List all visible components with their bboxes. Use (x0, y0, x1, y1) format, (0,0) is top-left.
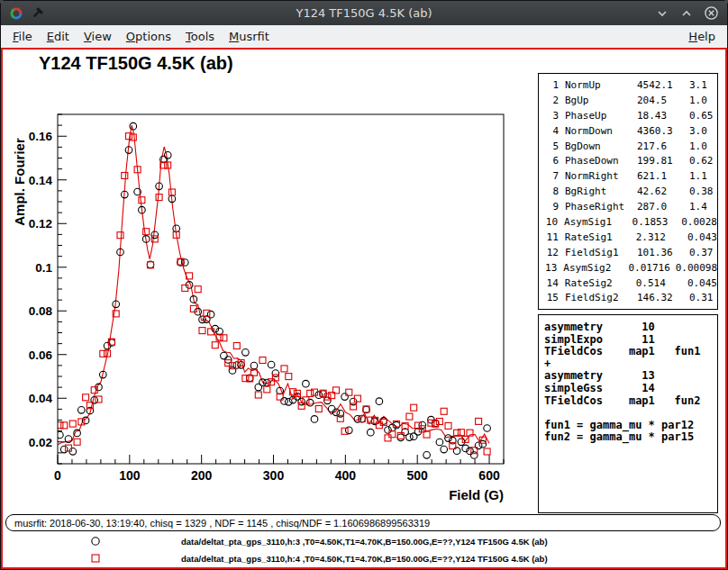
plot-legend: data/deltat_pta_gps_3110,h:3 ,T0=4.50K,T… (3, 533, 725, 567)
theory-line: asymmetry 13 (544, 370, 712, 383)
param-err: 3.0 (689, 124, 717, 140)
param-idx: 1 (543, 78, 559, 94)
param-idx: 10 (543, 215, 558, 231)
root-canvas[interactable]: Y124 TF150G 4.5K (ab) 010020030040050060… (1, 48, 727, 569)
svg-text:0.08: 0.08 (29, 304, 53, 318)
svg-text:600: 600 (478, 468, 500, 483)
menu-item-file[interactable]: File (5, 28, 40, 45)
param-row: 11RateSig12.3120.043 (543, 231, 717, 246)
plot-title: Y124 TF150G 4.5K (ab) (39, 53, 233, 74)
param-val: 199.81 (637, 154, 689, 169)
param-err: 0.37 (689, 246, 717, 261)
plot-frame (58, 114, 504, 464)
maximize-button[interactable] (679, 6, 694, 21)
menubar: FileEditViewOptionsToolsMusrfit Help (1, 25, 727, 48)
param-idx: 6 (543, 154, 559, 169)
param-row: 8BgRight42.620.38 (543, 185, 717, 200)
svg-text:0.14: 0.14 (29, 174, 53, 187)
param-val: 42.62 (637, 185, 689, 200)
param-row: 4NormDown4360.33.0 (543, 124, 717, 140)
svg-text:100: 100 (119, 468, 141, 483)
fit-curve (58, 125, 489, 445)
minimize-button[interactable] (655, 6, 669, 21)
app-icon (9, 6, 23, 21)
param-val: 146.32 (637, 291, 689, 306)
param-name: RateSig1 (565, 231, 636, 246)
param-idx: 5 (543, 140, 559, 155)
titlebar[interactable]: Y124 TF150G 4.5K (ab) (1, 1, 727, 25)
svg-text:400: 400 (335, 468, 357, 483)
menu-item-view[interactable]: View (77, 28, 119, 45)
param-val: 4360.3 (637, 124, 689, 140)
theory-line: simplExpo 11 (544, 334, 712, 347)
param-err: 0.043 (687, 231, 717, 246)
param-val: 0.514 (636, 276, 687, 292)
param-name: FieldSig2 (565, 291, 637, 306)
svg-text:500: 500 (407, 468, 429, 483)
svg-text:0.06: 0.06 (29, 348, 53, 362)
param-row: 13AsymSig20.017160.00098 (543, 261, 717, 276)
param-val: 217.6 (637, 140, 689, 155)
param-idx: 12 (543, 246, 559, 261)
hammer-icon (31, 7, 43, 20)
legend-entry: data/deltat_pta_gps_3110,h:4 ,T0=4.50K,T… (3, 550, 725, 567)
param-val: 204.5 (637, 94, 689, 109)
svg-text:200: 200 (191, 468, 213, 483)
svg-text:0.16: 0.16 (29, 130, 53, 143)
param-idx: 2 (543, 94, 559, 109)
menu-item-edit[interactable]: Edit (40, 28, 77, 45)
param-val: 0.1853 (632, 215, 682, 231)
param-val: 621.1 (637, 169, 689, 185)
param-idx: 11 (543, 231, 559, 246)
close-button[interactable] (704, 5, 719, 21)
param-err: 0.65 (689, 109, 717, 124)
menu-item-help[interactable]: Help (681, 28, 723, 45)
series-squares (57, 133, 490, 455)
legend-marker-circle-icon (90, 536, 101, 547)
theory-line: + (544, 358, 712, 371)
param-err: 1.1 (689, 169, 717, 185)
param-idx: 8 (543, 185, 559, 200)
param-idx: 15 (543, 291, 559, 306)
window-title: Y124 TF150G 4.5K (ab) (1, 6, 727, 20)
param-idx: 13 (543, 261, 557, 276)
param-name: NormRight (565, 169, 637, 185)
svg-text:300: 300 (263, 468, 285, 483)
param-name: BgUp (565, 94, 637, 109)
fit-parameters-box: 1NormUp4542.13.12BgUp204.51.03PhaseUp18.… (538, 73, 718, 310)
param-name: BgRight (565, 185, 637, 200)
theory-box: asymmetry 10simplExpo 11TFieldCos map1 f… (538, 314, 718, 513)
param-name: RateSig2 (565, 276, 636, 292)
menu-item-options[interactable]: Options (119, 28, 178, 45)
param-name: NormUp (565, 78, 637, 94)
param-name: NormDown (565, 124, 637, 140)
y-axis-title: Ampl. Fourier (12, 138, 27, 226)
param-val: 2.312 (636, 231, 687, 246)
param-idx: 7 (543, 169, 559, 185)
param-row: 9PhaseRight287.01.4 (543, 200, 717, 215)
menu-item-tools[interactable]: Tools (178, 28, 222, 45)
fourier-plot[interactable]: 01002003004005006000.020.040.060.080.10.… (5, 110, 528, 515)
svg-text:0.12: 0.12 (29, 217, 52, 231)
param-val: 18.43 (637, 109, 689, 124)
param-name: BgDown (565, 140, 637, 155)
param-val: 101.36 (637, 246, 689, 261)
param-err: 3.1 (689, 78, 717, 94)
theory-line: fun1 = gamma_mu * par12 (544, 420, 712, 432)
param-err: 0.00098 (676, 261, 717, 276)
param-err: 0.31 (689, 291, 717, 306)
param-idx: 3 (543, 109, 559, 124)
param-err: 1.0 (689, 94, 717, 109)
svg-text:0.1: 0.1 (35, 261, 52, 275)
param-name: PhaseDown (565, 154, 637, 169)
legend-label: data/deltat_pta_gps_3110,h:3 ,T0=4.50K,T… (181, 537, 548, 547)
fit-stats-box: musrfit: 2018-06-30, 13:19:40, chisq = 1… (5, 514, 721, 531)
theory-line: fun2 = gamma_mu * par15 (544, 431, 712, 444)
param-idx: 4 (543, 124, 559, 140)
menu-item-musrfit[interactable]: Musrfit (222, 28, 277, 45)
param-err: 0.38 (689, 185, 717, 200)
param-name: PhaseRight (565, 200, 637, 215)
fit-stats-text: musrfit: 2018-06-30, 13:19:40, chisq = 1… (14, 518, 430, 529)
theory-line: TFieldCos map1 fun1 (544, 346, 712, 358)
x-axis-title: Field (G) (449, 487, 504, 502)
